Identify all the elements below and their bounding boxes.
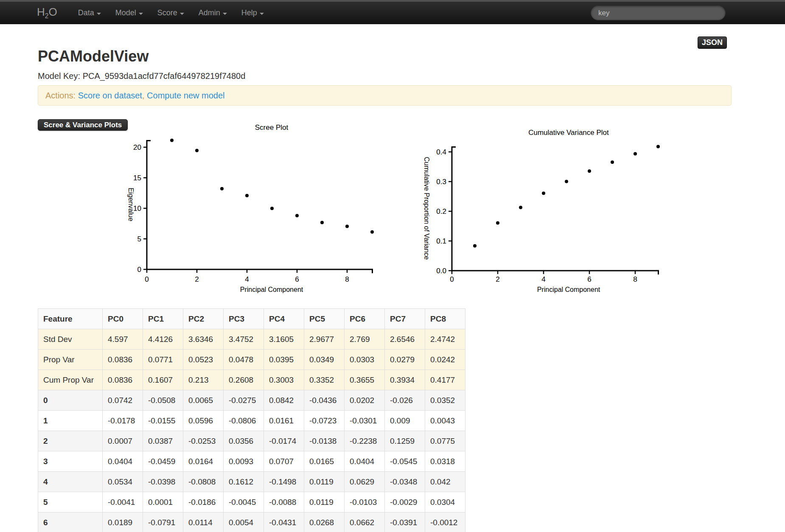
table-cell: 0.0165 [304,451,345,472]
cumulative-variance-plot-chart: 0.00.10.20.30.402468Cumulative Variance … [423,129,660,293]
row-label: 2 [38,431,103,451]
y-tick-label: 0.0 [436,267,446,275]
table-cell: -0.0301 [345,411,385,431]
data-point [245,194,249,197]
x-tick-label: 6 [587,275,591,283]
table-cell: 4.4126 [143,329,183,350]
table-cell: 0.0356 [224,431,264,451]
table-cell: -0.0138 [304,431,345,451]
column-header-pc8: PC8 [425,309,465,329]
y-tick-label: 5 [137,235,141,243]
table-cell: 3.4752 [224,329,264,350]
table-cell: 0.1612 [224,472,264,492]
pca-components-table: FeaturePC0PC1PC2PC3PC4PC5PC6PC7PC8 Std D… [38,308,465,532]
scree-plot-chart: 0510152002468Scree PlotPrincipal Compone… [127,123,374,293]
table-cell: 0.0742 [103,390,143,411]
row-label: 4 [38,472,103,492]
table-cell: 2.4742 [425,329,465,350]
data-point [295,214,299,217]
table-cell: 0.0054 [224,512,264,532]
column-header-pc4: PC4 [264,309,304,329]
x-axis-label: Principal Component [240,286,303,293]
table-cell: 2.769 [345,329,385,350]
y-axis-label: Cumulative Proportion of Variance [423,157,430,260]
table-cell: 0.042 [425,472,465,492]
table-row: 5-0.00410.0001-0.0186-0.0045-0.00880.011… [38,492,465,512]
table-cell: 3.1605 [264,329,304,350]
row-label: 5 [38,492,103,512]
table-cell: 0.0268 [304,512,345,532]
table-cell: 0.3352 [304,370,345,390]
y-tick-label: 20 [133,143,141,151]
table-cell: 0.0202 [345,390,385,411]
table-cell: 0.0001 [143,492,183,512]
table-cell: 0.0842 [264,390,304,411]
table-cell: 0.2608 [224,370,264,390]
table-cell: -0.0103 [345,492,385,512]
table-cell: 0.0836 [103,370,143,390]
table-cell: -0.0088 [264,492,304,512]
x-tick-label: 0 [145,275,149,283]
table-row: 60.0189-0.07910.01140.0054-0.04310.02680… [38,512,465,532]
data-point [370,230,374,234]
column-header-pc0: PC0 [103,309,143,329]
data-point [195,149,199,152]
table-cell: 0.3003 [264,370,304,390]
table-cell: 0.4177 [425,370,465,390]
table-row: Cum Prop Var0.08360.16070.2130.26080.300… [38,370,465,390]
table-cell: 0.3934 [385,370,425,390]
table-cell: -0.0398 [143,472,183,492]
table-cell: 0.0771 [143,350,183,370]
data-point [542,191,545,195]
y-tick-label: 0.2 [436,207,446,216]
data-point [170,139,174,142]
data-point [588,169,591,173]
column-header-pc5: PC5 [304,309,345,329]
table-cell: 0.0662 [345,512,385,532]
table-cell: 0.0629 [345,472,385,492]
table-cell: 0.0707 [264,451,304,472]
row-label: 6 [38,512,103,532]
table-cell: 0.009 [385,411,425,431]
y-tick-label: 0.1 [436,237,446,245]
data-point [656,145,660,148]
table-cell: 0.3655 [345,370,385,390]
table-cell: 0.0404 [345,451,385,472]
table-cell: -0.0723 [304,411,345,431]
x-axis-label: Principal Component [537,286,600,293]
table-cell: -0.0041 [103,492,143,512]
table-cell: -0.0459 [143,451,183,472]
x-tick-label: 8 [345,275,349,283]
table-cell: 0.0836 [103,350,143,370]
table-cell: -0.0545 [385,451,425,472]
column-header-pc7: PC7 [385,309,425,329]
data-point [496,221,499,225]
table-cell: 0.0242 [425,350,465,370]
x-tick-label: 4 [245,275,249,283]
table-cell: -0.0791 [143,512,183,532]
chart-title: Cumulative Variance Plot [528,129,609,137]
table-cell: -0.0186 [183,492,224,512]
table-cell: -0.1498 [264,472,304,492]
table-cell: 0.0523 [183,350,224,370]
table-cell: 2.6546 [385,329,425,350]
data-point [473,244,477,247]
data-point [345,224,349,228]
table-row: 40.0534-0.0398-0.08080.1612-0.14980.0119… [38,472,465,492]
data-point [611,160,614,164]
table-cell: 0.213 [183,370,224,390]
data-point [270,207,274,210]
table-cell: 0.0304 [425,492,465,512]
table-cell: 0.0093 [224,451,264,472]
x-tick-label: 4 [541,275,545,283]
table-cell: 0.0279 [385,350,425,370]
table-cell: 0.0395 [264,350,304,370]
table-cell: -0.0806 [224,411,264,431]
x-tick-label: 2 [195,275,199,283]
table-cell: 0.1607 [143,370,183,390]
table-cell: 0.0114 [183,512,224,532]
table-row: 1-0.0178-0.01550.0596-0.08060.0161-0.072… [38,411,465,431]
table-cell: -0.0508 [143,390,183,411]
table-cell: 0.0303 [345,350,385,370]
table-row: Prop Var0.08360.07710.05230.04780.03950.… [38,350,465,370]
